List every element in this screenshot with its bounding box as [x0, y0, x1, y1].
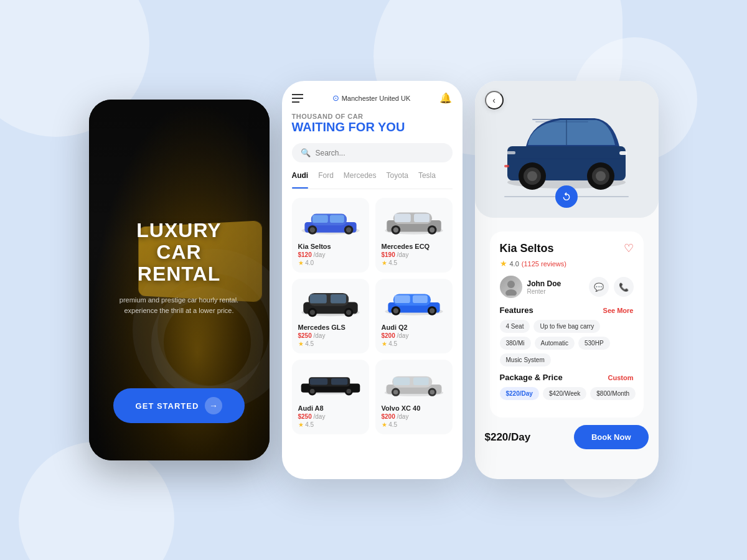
svg-point-17 — [429, 227, 434, 232]
review-count: (1125 reviews) — [522, 260, 566, 268]
svg-point-6 — [309, 227, 314, 232]
car-main-image — [498, 103, 635, 196]
svg-rect-21 — [309, 294, 326, 304]
see-more-button[interactable]: See More — [603, 307, 634, 314]
rotate-360-button[interactable] — [555, 185, 578, 208]
tab-tesla[interactable]: Tesla — [418, 171, 436, 184]
car-name-mercedes-gls: Mercedes GLS — [298, 324, 363, 331]
screen2-heading: THOUSAND OF CAR WAITING FOR YOU — [292, 113, 453, 134]
tab-audi[interactable]: Audi — [292, 171, 309, 184]
call-button[interactable]: 📞 — [614, 277, 634, 297]
svg-rect-12 — [394, 213, 410, 222]
notification-bell-icon[interactable]: 🔔 — [439, 92, 452, 104]
heading-main: WAITING FOR YOU — [292, 120, 453, 134]
tab-toyota[interactable]: Toyota — [387, 171, 408, 184]
svg-rect-66 — [507, 151, 515, 154]
car-price-volvo-xc40: $200 /day — [382, 413, 446, 420]
svg-point-42 — [309, 389, 314, 394]
search-icon: 🔍 — [301, 148, 311, 157]
book-section: $220/Day Book Now — [482, 425, 651, 449]
car-name-audi-a8: Audi A8 — [298, 404, 363, 412]
svg-point-33 — [393, 308, 398, 313]
svg-point-24 — [309, 310, 314, 315]
car-price-mercedes-ecq: $190 /day — [382, 251, 446, 258]
car-image-kia-seltos — [298, 204, 363, 240]
message-button[interactable]: 💬 — [589, 277, 609, 297]
svg-point-35 — [429, 308, 434, 313]
tab-ford[interactable]: Ford — [318, 171, 334, 184]
svg-rect-48 — [393, 378, 409, 385]
price-tags: $220/Day $420/Week $800/Month — [500, 387, 634, 400]
search-bar[interactable]: 🔍 — [292, 143, 453, 162]
svg-rect-13 — [414, 213, 430, 222]
star-icon: ★ — [500, 259, 507, 268]
car-card-volvo-xc40[interactable]: Volvo XC 40 $200 /day ★ 4.5 — [375, 360, 453, 434]
renter-role: Renter — [527, 288, 561, 295]
features-header: Features See More — [500, 306, 634, 315]
screen1-subtitle: premium and prestige car hourly rental.e… — [120, 295, 238, 315]
car-detail-header: Kia Seltos ♡ — [500, 241, 634, 255]
svg-rect-30 — [394, 296, 410, 303]
screen1-content: LUXURY CAR RENTAL premium and prestige c… — [89, 100, 270, 460]
svg-point-53 — [430, 390, 435, 394]
svg-point-51 — [393, 390, 398, 394]
get-started-button[interactable]: GET STARTED → — [113, 388, 245, 423]
price-month[interactable]: $800/Month — [590, 387, 636, 400]
car-detail-name: Kia Seltos — [500, 242, 554, 255]
favorite-button[interactable]: ♡ — [624, 241, 634, 255]
rating-value: 4.0 — [510, 260, 519, 268]
screen1-title: LUXURY CAR RENTAL — [136, 220, 221, 286]
car-name-audi-q2: Audi Q2 — [382, 324, 446, 331]
renter-info: John Doe Renter — [500, 276, 561, 298]
tab-mercedes[interactable]: Mercedes — [344, 171, 377, 184]
svg-point-70 — [505, 289, 517, 296]
renter-actions: 💬 📞 — [589, 277, 634, 297]
svg-rect-67 — [532, 119, 588, 120]
price-week[interactable]: $420/Week — [543, 387, 586, 400]
screen2-phone: ⊙ Manchester United UK 🔔 THOUSAND OF CAR… — [282, 81, 463, 479]
book-now-button[interactable]: Book Now — [574, 425, 649, 449]
car-card-kia-seltos[interactable]: Kia Seltos $120 /day ★ 4.0 — [292, 198, 369, 273]
renter-avatar — [500, 276, 522, 298]
total-price-display: $220/Day — [485, 431, 531, 444]
car-price-mercedes-gls: $250 /day — [298, 332, 363, 339]
location-pin-icon: ⊙ — [332, 93, 339, 103]
svg-rect-4 — [329, 215, 344, 223]
car-name-volvo-xc40: Volvo XC 40 — [382, 404, 446, 412]
screen2-header: ⊙ Manchester United UK 🔔 — [292, 92, 453, 104]
svg-point-60 — [527, 171, 537, 181]
svg-point-8 — [345, 227, 350, 232]
car-card-mercedes-gls[interactable]: Mercedes GLS $250 /day ★ 4.5 — [292, 279, 369, 353]
hamburger-menu[interactable] — [292, 94, 303, 103]
feature-automatic: Automatic — [535, 337, 575, 350]
renter-row: John Doe Renter 💬 📞 — [500, 276, 634, 298]
car-rating-audi-q2: ★ 4.5 — [382, 340, 446, 347]
svg-rect-22 — [331, 294, 346, 304]
car-card-audi-q2[interactable]: Audi Q2 $200 /day ★ 4.5 — [375, 279, 453, 353]
filter-tabs: Audi Ford Mercedes Toyota Tesla — [292, 171, 453, 189]
location-text: Manchester United UK — [342, 95, 411, 102]
price-day[interactable]: $220/Day — [500, 387, 539, 400]
search-input[interactable] — [316, 149, 444, 157]
car-price-kia-seltos: $120 /day — [298, 251, 363, 258]
feature-mileage: 380/Mi — [500, 337, 531, 350]
feature-baggage: Up to five bag carry — [533, 320, 600, 333]
custom-button[interactable]: Custom — [608, 374, 634, 381]
car-card-audi-a8[interactable]: Audi A8 $250 /day ★ 4.5 — [292, 360, 369, 434]
svg-rect-31 — [412, 296, 427, 303]
svg-rect-65 — [504, 165, 509, 167]
feature-tags: 4 Seat Up to five bag carry 380/Mi Autom… — [500, 320, 634, 366]
car-image-section: ‹ — [475, 81, 659, 218]
svg-point-69 — [507, 281, 515, 288]
car-rating-volvo-xc40: ★ 4.5 — [382, 421, 446, 428]
screens-container: LUXURY CAR RENTAL premium and prestige c… — [0, 0, 747, 560]
hamburger-line-2 — [292, 98, 303, 99]
rotate-line-left — [504, 196, 555, 197]
car-image-volvo-xc40 — [382, 366, 446, 402]
car-detail-rating: ★ 4.0 (1125 reviews) — [500, 259, 634, 268]
rotate-360-indicator — [504, 185, 629, 208]
car-card-mercedes-ecq[interactable]: Mercedes ECQ $190 /day ★ 4.5 — [375, 198, 453, 273]
car-price-audi-a8: $250 /day — [298, 413, 363, 420]
hamburger-line-3 — [292, 101, 299, 103]
svg-point-44 — [346, 389, 351, 394]
